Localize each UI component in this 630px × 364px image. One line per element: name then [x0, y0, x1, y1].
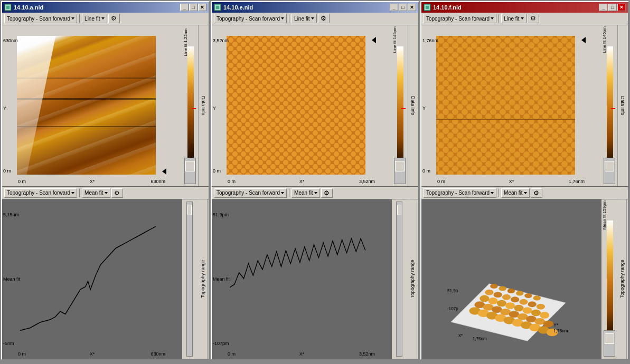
- filter-select-bottom-e[interactable]: Mean fit: [292, 188, 320, 198]
- maximize-btn-f[interactable]: □: [608, 4, 617, 11]
- graph-range-e: [392, 199, 408, 359]
- scan-content-f: 1,76nm 0 m Y 0 m X* 1,76nm: [421, 25, 601, 187]
- toolbar-top-f: Topography - Scan forward Line fit ⚙: [421, 13, 628, 25]
- data-info-tab-f[interactable]: Data Info: [617, 25, 627, 187]
- svg-point-33: [505, 302, 515, 309]
- svg-rect-14: [436, 36, 575, 175]
- graph-y-top-a: 5,15nm: [3, 212, 19, 217]
- axis-x-right-a: 630nm: [151, 179, 165, 184]
- titlebar-e: 14.10.e.nid _ □ ✕: [212, 2, 418, 13]
- window-title-f: 14.10.f.nid: [433, 4, 462, 11]
- filter-select-bottom-a[interactable]: Mean fit: [82, 188, 110, 198]
- graph-scrollbar-e[interactable]: [396, 202, 402, 357]
- svg-text:51,9p: 51,9p: [447, 289, 458, 293]
- 3d-x-label: X*: [458, 333, 463, 338]
- gear-btn-top-e[interactable]: ⚙: [318, 14, 330, 23]
- toolbar-bottom-e: Topography - Scan forward Mean fit ⚙: [212, 187, 418, 199]
- channel-dropdown-arrow-bottom-a: [71, 192, 74, 194]
- grad-e: [397, 46, 403, 171]
- close-btn-f[interactable]: ✕: [617, 4, 626, 11]
- channel-select-top-a[interactable]: Topography - Scan forward: [4, 14, 77, 23]
- toolbar-top-e: Topography - Scan forward Line fit ⚙: [212, 13, 418, 25]
- data-info-tab-a[interactable]: Data Info: [198, 25, 208, 187]
- svg-point-35: [523, 307, 532, 314]
- svg-point-21: [524, 293, 532, 298]
- scan-row-top-a: 630nm 0 m Y 0 m X* 630nm Line fit 1,22nm: [2, 25, 209, 187]
- svg-point-30: [479, 295, 489, 302]
- channel-dropdown-bottom-e: [281, 192, 284, 194]
- data-info-tab-e[interactable]: Data Info: [408, 25, 417, 187]
- gear-btn-top-f[interactable]: ⚙: [528, 14, 539, 23]
- channel-select-bottom-f[interactable]: Topography - Scan forward: [424, 188, 496, 198]
- svg-point-27: [519, 299, 528, 305]
- filter-dropdown-arrow-a: [101, 17, 105, 20]
- gear-btn-bottom-f[interactable]: ⚙: [531, 188, 542, 198]
- scrollbar-e[interactable]: [394, 158, 406, 184]
- axis-x-mid-e: X*: [299, 179, 305, 184]
- svg-text:1,76nm: 1,76nm: [473, 337, 487, 341]
- graph-y-label-a: Mean fit: [3, 276, 20, 282]
- titlebar-f: 14.10.f.nid _ □ ✕: [421, 2, 628, 13]
- minimize-btn-f[interactable]: _: [599, 4, 608, 11]
- axis-x-mid-f: X*: [509, 179, 514, 184]
- titlebar-a: 14.10.a.nid _ □ ✕: [2, 2, 209, 13]
- filter-select-top-f[interactable]: Line fit: [501, 14, 526, 23]
- graph-e: 51,9pm -107pm Mean fit 0 m X* 3,52nm: [212, 199, 392, 359]
- colorbar-a: Line fit 1,22nm: [182, 25, 198, 187]
- colorbar-col-f: Line fit 146pm Data Info: [601, 25, 628, 187]
- svg-text:1,76nm: 1,76nm: [553, 329, 568, 333]
- svg-point-28: [528, 302, 537, 308]
- scrollbar-bottom-f[interactable]: [604, 330, 615, 357]
- gear-btn-bottom-e[interactable]: ⚙: [321, 188, 333, 198]
- channel-select-top-f[interactable]: Topography - Scan forward: [424, 14, 496, 23]
- minimize-btn-a[interactable]: _: [180, 4, 189, 11]
- filter-select-top-e[interactable]: Line fit: [292, 14, 316, 23]
- filter-dropdown-bottom-e: [314, 192, 317, 194]
- close-btn-a[interactable]: ✕: [198, 4, 206, 11]
- topo-range-tab-e[interactable]: Topography range: [408, 199, 417, 359]
- svg-rect-1: [215, 5, 220, 9]
- filter-select-top-a[interactable]: Line fit: [82, 14, 107, 23]
- axis-x-left-a: 0 m: [18, 179, 26, 184]
- cursor-a: [162, 168, 166, 175]
- topo-range-tab-f[interactable]: Topography range: [617, 199, 627, 359]
- gear-btn-bottom-a[interactable]: ⚙: [111, 188, 123, 198]
- channel-select-bottom-a[interactable]: Topography - Scan forward: [4, 188, 77, 198]
- window-icon-e: [214, 4, 221, 11]
- graph-y-bottom-a: -5nm: [3, 341, 14, 346]
- graph-a: 5,15nm -5nm Mean fit 0 m X* 630nm: [2, 199, 182, 359]
- svg-text:-107p: -107p: [447, 306, 458, 311]
- axis-y-top-e: 3,52nm: [213, 38, 229, 43]
- axis-y-label-a: Y: [3, 106, 6, 111]
- svg-point-22: [533, 296, 541, 301]
- maximize-btn-e[interactable]: □: [399, 4, 407, 11]
- gear-btn-top-a[interactable]: ⚙: [108, 14, 120, 23]
- filter-select-bottom-f[interactable]: Mean fit: [501, 188, 530, 198]
- filter-dropdown-e: [311, 17, 314, 20]
- svg-rect-0: [6, 5, 10, 9]
- maximize-btn-a[interactable]: □: [189, 4, 198, 11]
- divider-2f: [499, 189, 499, 197]
- axis-y-bottom-a: 0 m: [3, 168, 11, 174]
- grad-f: [607, 46, 613, 171]
- graph-scrollbar-a[interactable]: [186, 202, 193, 357]
- axis-y-f: Y: [422, 106, 426, 111]
- graph-x-right-e: 3,52nm: [359, 351, 375, 357]
- titlebar-buttons-f: _ □ ✕: [599, 4, 626, 11]
- graph-y-bottom-e: -107pm: [213, 341, 229, 346]
- close-btn-e[interactable]: ✕: [408, 4, 416, 11]
- panel-top-e: Topography - Scan forward Line fit ⚙: [212, 13, 418, 187]
- toolbar-top-a: Topography - Scan forward Line fit ⚙: [2, 13, 209, 25]
- svg-point-24: [494, 292, 502, 298]
- scrollbar-a[interactable]: [184, 158, 196, 184]
- topo-range-tab-a[interactable]: Topography range: [198, 199, 208, 359]
- svg-point-29: [537, 304, 545, 310]
- svg-text:Y*: Y*: [553, 323, 558, 328]
- scan-row-top-e: 3,52nm 0 m Y 0 m X* 3,52nm Line fit 146p…: [212, 25, 418, 187]
- channel-select-bottom-e[interactable]: Topography - Scan forward: [214, 188, 287, 198]
- minimize-btn-e[interactable]: _: [390, 4, 398, 11]
- channel-select-top-e[interactable]: Topography - Scan forward: [214, 14, 287, 23]
- colorbar-e: Line fit 146pm: [392, 25, 408, 187]
- channel-dropdown-f: [491, 17, 494, 20]
- scrollbar-f[interactable]: [604, 158, 615, 184]
